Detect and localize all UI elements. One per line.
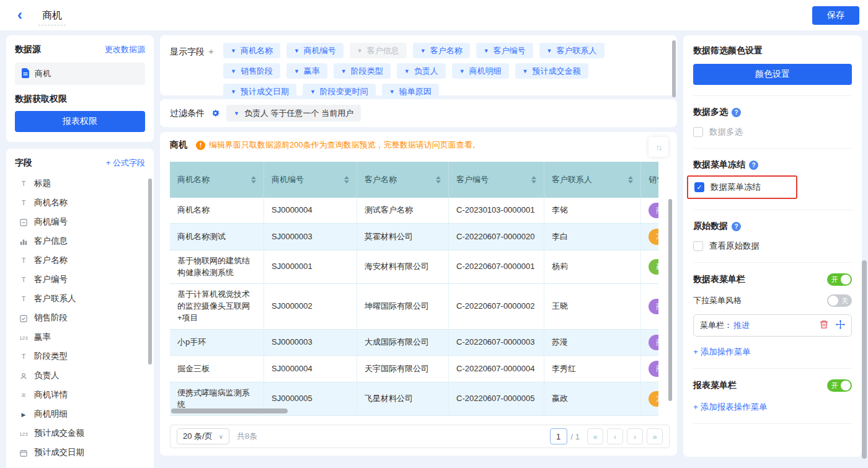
column-header[interactable]: 客户联系人	[544, 162, 641, 198]
column-header[interactable]: 商机名称	[170, 162, 264, 198]
change-datasource-link[interactable]: 更改数据源	[105, 44, 145, 55]
column-header[interactable]: 商机编号	[264, 162, 357, 198]
total-count: 共8条	[237, 431, 257, 442]
color-settings-title: 数据筛选颜色设置	[693, 45, 852, 56]
datasource-item[interactable]: 商机	[15, 63, 145, 85]
column-sort-icon[interactable]	[624, 176, 633, 183]
chevron-down-icon: ▼	[547, 48, 552, 54]
prev-page-button[interactable]: ‹	[607, 428, 623, 444]
field-item[interactable]: 客户信息	[15, 231, 145, 250]
help-icon[interactable]: ?	[749, 161, 758, 170]
delete-trash-icon[interactable]	[820, 320, 828, 331]
column-header[interactable]: 客户名称	[357, 162, 449, 198]
drag-move-icon[interactable]	[836, 320, 845, 331]
display-field-chip[interactable]: ▼客户联系人	[539, 43, 604, 58]
page-title[interactable]: 商机	[38, 9, 66, 25]
stage-badge: 方案报价	[649, 229, 658, 244]
report-menubar-toggle[interactable]: 开	[827, 379, 852, 392]
field-item[interactable]: ≡商机详情	[15, 385, 145, 404]
table-row[interactable]: 小p手环SJ0000003大成国际有限公司C-20220607-0000003苏…	[170, 330, 658, 356]
add-display-field-button[interactable]: +	[208, 46, 214, 56]
display-field-chip[interactable]: ▼客户信息	[350, 43, 407, 58]
field-item[interactable]: T标题	[15, 174, 145, 193]
data-preview-panel: 商机 ! 编辑界面只取数据源前200条作为查询数据预览，完整数据请访问页面查看。…	[160, 132, 677, 456]
middle-panel-scrollbar[interactable]	[672, 40, 676, 97]
display-field-chip-label: 阶段变更时间	[320, 86, 368, 97]
column-sort-icon[interactable]	[432, 176, 441, 183]
field-list: T标题T商机名称商机编号客户信息T客户名称T客户编号T客户联系人销售阶段123赢…	[15, 174, 145, 462]
display-field-chip[interactable]: ▼客户名称	[413, 43, 470, 58]
dropdown-style-toggle[interactable]: 关	[827, 294, 852, 307]
field-item[interactable]: T商机名称	[15, 193, 145, 212]
page-size-select[interactable]: 20 条/页 ∨	[177, 428, 229, 444]
table-menubar-toggle[interactable]: 开	[827, 273, 852, 286]
save-button[interactable]: 保存	[812, 6, 859, 25]
display-field-chip[interactable]: ▼阶段类型	[334, 63, 391, 79]
column-sort-icon[interactable]	[340, 176, 349, 183]
report-permission-button[interactable]: 报表权限	[15, 111, 145, 132]
filter-condition-chip[interactable]: ▼ 负责人 等于任意一个 当前用户	[226, 105, 361, 121]
menu-item-row[interactable]: 菜单栏： 推进	[693, 314, 852, 337]
display-field-chip-label: 赢率	[304, 66, 320, 77]
field-item[interactable]: T客户联系人	[15, 289, 145, 308]
add-formula-field-link[interactable]: + 公式字段	[106, 157, 145, 169]
page-scrollbar[interactable]	[862, 260, 867, 459]
last-page-button[interactable]: »	[647, 428, 663, 444]
field-item[interactable]: ▶商机明细	[15, 404, 145, 423]
fields-scrollbar[interactable]	[148, 179, 152, 364]
next-page-button[interactable]: ›	[627, 428, 643, 444]
chevron-down-icon: ▼	[484, 48, 489, 54]
display-field-chip[interactable]: ▼赢率	[286, 63, 327, 79]
person-icon	[19, 371, 29, 380]
display-field-chip[interactable]: ▼输单原因	[382, 84, 439, 99]
back-button[interactable]: ‹	[17, 6, 22, 24]
display-field-chip[interactable]: ▼商机编号	[286, 43, 343, 58]
field-item[interactable]: T客户名称	[15, 250, 145, 270]
field-item[interactable]: 负责人	[15, 366, 145, 385]
column-header[interactable]: 客户编号	[449, 162, 544, 198]
field-item[interactable]: 商机编号	[15, 212, 145, 231]
field-item[interactable]: 预计成交日期	[15, 443, 145, 462]
field-item[interactable]: 销售阶段	[15, 308, 145, 327]
field-item-label: 客户编号	[34, 274, 68, 285]
raw-data-checkbox[interactable]	[693, 241, 703, 251]
display-field-chip[interactable]: ▼预计成交日期	[223, 84, 296, 99]
add-report-action-menu-link[interactable]: + 添加报表操作菜单	[693, 402, 852, 413]
display-field-chip[interactable]: ▼预计成交金额	[515, 63, 588, 79]
page-number-input[interactable]	[550, 428, 567, 444]
table-row[interactable]: 商机名称SJ0000004测试客户名称C-20230103-0000001李铭商…	[170, 198, 658, 224]
table-row[interactable]: 基于物联网的建筑结构健康检测系统SJ0000001海安材料有限公司C-20220…	[170, 250, 658, 285]
table-row[interactable]: 商机名称测试SJ0000003莫霍材料公司C-20220607-0000020李…	[170, 224, 658, 250]
display-field-chip-label: 商机编号	[304, 45, 336, 56]
table-cell: 商务谈判	[641, 330, 658, 355]
first-page-button[interactable]: «	[587, 428, 603, 444]
display-field-chip[interactable]: ▼客户编号	[476, 43, 533, 58]
display-field-chip[interactable]: ▼销售阶段	[223, 63, 280, 79]
help-icon[interactable]: ?	[732, 108, 741, 117]
display-field-chip[interactable]: ▼商机名称	[223, 43, 280, 58]
preview-table: 商机名称商机编号客户名称客户编号客户联系人销售阶段 商机名称SJ0000004测…	[170, 162, 658, 416]
sort-tool-button[interactable]: ↑↓	[649, 137, 668, 157]
column-header[interactable]: 销售阶段	[641, 162, 658, 198]
multi-select-checkbox[interactable]	[693, 127, 703, 137]
color-settings-button[interactable]: 颜色设置	[693, 64, 852, 85]
field-item[interactable]: 123赢率	[15, 327, 145, 347]
filter-settings-gear-icon[interactable]	[211, 108, 220, 118]
field-item[interactable]: 123预计成交金额	[15, 423, 145, 443]
table-row[interactable]: 掘金三板SJ0000004天宇国际有限公司C-20220607-0000004李…	[170, 356, 658, 382]
menu-item-value[interactable]: 推进	[733, 320, 750, 331]
table-row[interactable]: 基于计算机视觉技术的监控摄像头互联网+项目SJ0000002坤曜国际有限公司C-…	[170, 284, 658, 330]
column-sort-icon[interactable]	[247, 176, 256, 183]
add-action-menu-link[interactable]: + 添加操作菜单	[693, 347, 852, 358]
table-horizontal-scrollbar[interactable]	[171, 408, 288, 413]
display-field-chip[interactable]: ▼阶段变更时间	[303, 84, 376, 99]
menu-freeze-checkbox[interactable]: ✓	[694, 182, 704, 192]
field-item[interactable]: T阶段类型	[15, 347, 145, 366]
column-sort-icon[interactable]	[528, 176, 536, 183]
display-field-chip[interactable]: ▼商机明细	[452, 63, 509, 79]
warning-icon: !	[196, 141, 205, 150]
table-vertical-scrollbar[interactable]	[668, 199, 672, 401]
display-field-chip[interactable]: ▼负责人	[397, 63, 446, 79]
help-icon[interactable]: ?	[732, 222, 741, 231]
field-item[interactable]: T客户编号	[15, 270, 145, 289]
